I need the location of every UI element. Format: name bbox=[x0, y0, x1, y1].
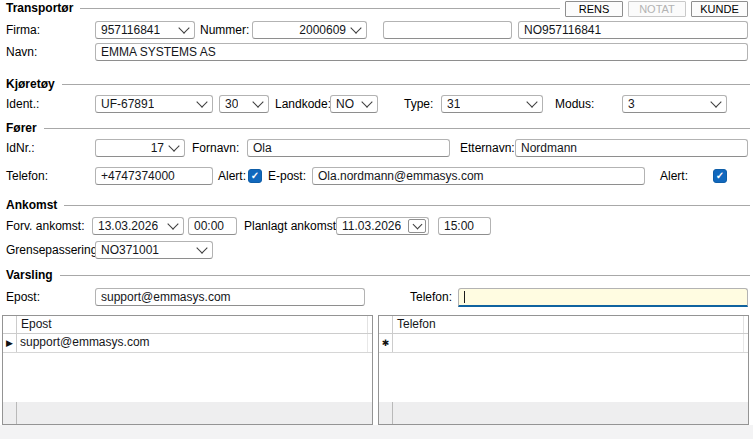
section-transportor: Transportør bbox=[6, 1, 560, 14]
varsling-telefon-label: Telefon: bbox=[410, 288, 452, 306]
epost-grid-column-header[interactable]: Epost bbox=[17, 316, 368, 333]
notat-button[interactable]: NOTAT bbox=[628, 1, 686, 17]
chevron-down-icon bbox=[196, 96, 207, 107]
navn-input[interactable] bbox=[95, 43, 748, 61]
epost-grid-selector-header[interactable] bbox=[3, 316, 17, 333]
current-row-marker-icon: ▶ bbox=[6, 339, 13, 348]
rens-button[interactable]: RENS bbox=[565, 1, 623, 17]
section-kjoretoy-title: Kjøretøy bbox=[6, 77, 55, 91]
section-varsling: Varsling bbox=[6, 268, 750, 281]
epost-grid-empty-area bbox=[3, 353, 372, 402]
epost-cell[interactable]: support@emmasys.com bbox=[17, 334, 368, 352]
etternavn-label: Etternavn: bbox=[460, 139, 515, 157]
planlagt-dato-picker[interactable]: 11.03.2026 bbox=[336, 217, 429, 235]
orgnr-input[interactable] bbox=[518, 21, 748, 39]
forer-epost-input[interactable] bbox=[312, 167, 645, 185]
alert-email-label: Alert: bbox=[660, 167, 688, 185]
forer-epost-label: E-post: bbox=[268, 167, 306, 185]
forer-telefon-label: Telefon: bbox=[6, 167, 48, 185]
section-kjoretoy: Kjøretøy bbox=[6, 77, 750, 90]
type-combobox-value: 31 bbox=[447, 97, 460, 111]
planlagt-tid-input[interactable] bbox=[438, 217, 491, 235]
chevron-down-icon bbox=[252, 96, 263, 107]
kjoretoy-kode-combobox[interactable]: 30 bbox=[219, 95, 269, 113]
grensepassering-label: Grensepassering: bbox=[6, 241, 101, 259]
ident-combobox[interactable]: UF-67891 bbox=[95, 95, 213, 113]
firma-combobox[interactable]: 957116841 bbox=[95, 21, 195, 39]
kunde-button[interactable]: KUNDE bbox=[691, 1, 748, 17]
varsling-epost-input[interactable] bbox=[95, 288, 365, 306]
telefon-grid-selector-header[interactable] bbox=[379, 316, 393, 333]
check-icon: ✓ bbox=[251, 171, 259, 181]
section-forer-title: Fører bbox=[6, 121, 37, 135]
check-icon: ✓ bbox=[716, 171, 724, 181]
firma-combobox-value: 957116841 bbox=[101, 23, 160, 37]
transport-form-window: Transportør RENS NOTAT KUNDE Firma: 9571… bbox=[0, 0, 753, 439]
nummer-combobox[interactable]: 2000609 bbox=[252, 21, 367, 39]
forventet-ankomst-label: Forv. ankomst: bbox=[6, 217, 84, 235]
section-divider bbox=[80, 8, 560, 9]
section-ankomst-title: Ankomst bbox=[6, 198, 57, 212]
landkode-combobox[interactable]: NO bbox=[330, 95, 378, 113]
forventet-tid-input[interactable] bbox=[188, 217, 237, 235]
type-label: Type: bbox=[404, 95, 433, 113]
varsling-telefon-input[interactable] bbox=[458, 288, 748, 307]
text-caret bbox=[464, 291, 465, 303]
forer-telefon-input[interactable] bbox=[95, 167, 213, 185]
scrollbar-notch bbox=[3, 402, 17, 424]
new-row-marker-icon: ✱ bbox=[382, 339, 390, 348]
forventet-dato-picker[interactable]: 13.03.2026 bbox=[92, 217, 184, 235]
firma-label: Firma: bbox=[6, 21, 40, 39]
forventet-dato-value: 13.03.2026 bbox=[98, 219, 158, 233]
idnr-label: IdNr.: bbox=[6, 139, 35, 157]
chevron-down-icon bbox=[526, 96, 537, 107]
type-combobox[interactable]: 31 bbox=[441, 95, 543, 113]
table-row[interactable]: ▶ support@emmasys.com bbox=[3, 334, 372, 353]
section-divider bbox=[64, 205, 750, 206]
idnr-combobox-value: 17 bbox=[101, 141, 170, 155]
navn-label: Navn: bbox=[6, 43, 37, 61]
chevron-down-icon bbox=[361, 96, 372, 107]
row-selector-cell[interactable]: ▶ bbox=[3, 334, 17, 352]
table-row[interactable]: ✱ bbox=[379, 334, 748, 353]
etternavn-input[interactable] bbox=[515, 139, 748, 157]
dropdown-button[interactable] bbox=[408, 219, 426, 233]
nummer-combobox-value: 2000609 bbox=[258, 23, 352, 37]
telefon-grid-column-header[interactable]: Telefon bbox=[393, 316, 744, 333]
varsling-epost-label: Epost: bbox=[6, 288, 40, 306]
modus-label: Modus: bbox=[555, 95, 594, 113]
section-divider bbox=[44, 128, 750, 129]
modus-combobox[interactable]: 3 bbox=[622, 95, 727, 113]
ident-label: Ident.: bbox=[6, 95, 39, 113]
grensepassering-combobox[interactable]: NO371001 bbox=[95, 241, 213, 259]
section-varsling-title: Varsling bbox=[6, 268, 53, 282]
telefon-cell[interactable] bbox=[393, 334, 744, 352]
alert-phone-checkbox[interactable]: ✓ bbox=[248, 169, 262, 183]
modus-combobox-value: 3 bbox=[628, 97, 635, 111]
nummer-label: Nummer: bbox=[200, 21, 249, 39]
ident-combobox-value: UF-67891 bbox=[101, 97, 154, 111]
fornavn-label: Fornavn: bbox=[192, 139, 239, 157]
chevron-down-icon bbox=[168, 140, 179, 151]
idnr-combobox[interactable]: 17 bbox=[95, 139, 185, 157]
telefon-grid: Telefon ✱ bbox=[378, 315, 749, 425]
section-ankomst: Ankomst bbox=[6, 198, 750, 211]
telefon-grid-empty-area bbox=[379, 353, 748, 402]
planlagt-ankomst-label: Planlagt ankomst: bbox=[244, 217, 339, 235]
section-divider bbox=[60, 275, 750, 276]
chevron-down-icon bbox=[178, 22, 189, 33]
section-transportor-title: Transportør bbox=[6, 1, 73, 15]
new-row-selector-cell[interactable]: ✱ bbox=[379, 334, 393, 352]
epost-grid-header-row: Epost bbox=[3, 316, 372, 334]
transportor-ref-input[interactable] bbox=[383, 21, 512, 39]
chevron-down-icon bbox=[710, 96, 721, 107]
landkode-combobox-value: NO bbox=[336, 97, 354, 111]
telefon-grid-hscrollbar[interactable] bbox=[379, 402, 748, 424]
planlagt-dato-value: 11.03.2026 bbox=[342, 219, 401, 233]
scrollbar-notch bbox=[379, 402, 393, 424]
chevron-down-icon bbox=[196, 242, 207, 253]
fornavn-input[interactable] bbox=[247, 139, 450, 157]
epost-grid-hscrollbar[interactable] bbox=[3, 402, 372, 424]
alert-email-checkbox[interactable]: ✓ bbox=[713, 169, 727, 183]
alert-phone-label: Alert: bbox=[218, 167, 246, 185]
